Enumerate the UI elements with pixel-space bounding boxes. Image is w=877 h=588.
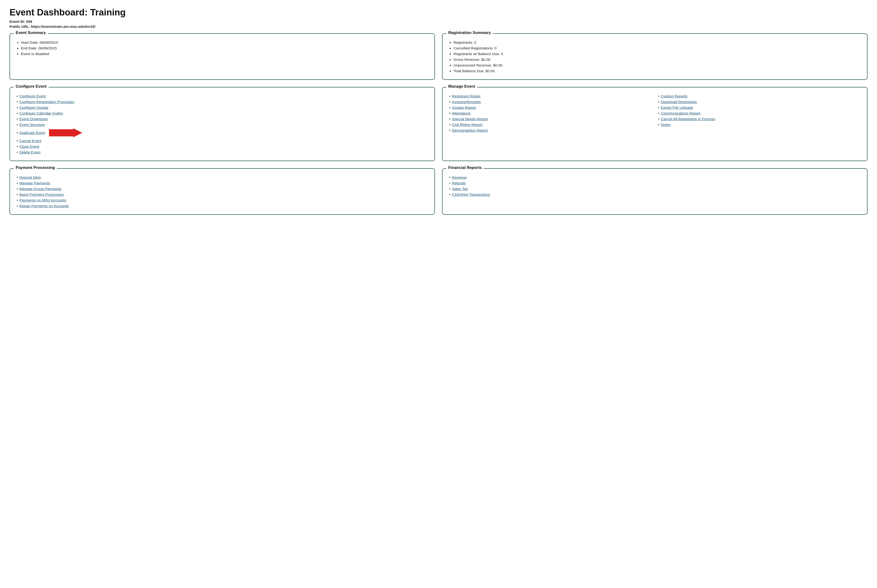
invoices-receipts-link[interactable]: Invoices/Receipts — [452, 100, 481, 104]
registration-summary-panel: Registration Summary Registrants: 0 Canc… — [442, 33, 868, 80]
demographics-report-link[interactable]: Demographics Report — [452, 128, 488, 133]
list-item: Registrants: 0 — [453, 40, 861, 45]
page-title: Event Dashboard: Training — [9, 7, 868, 18]
civil-rights-report-link[interactable]: Civil Rights Report — [452, 123, 482, 127]
custom-reports-link[interactable]: Custom Reports — [661, 94, 687, 98]
configure-event-list: • Configure Event • Configure Registrati… — [16, 94, 429, 154]
list-item: Cancelled Registrations: 0 — [453, 46, 861, 50]
event-summary-list: Start Date: 06/08/2015 End Date: 06/08/2… — [16, 40, 429, 56]
event-id: Event ID: 659 — [9, 20, 868, 24]
list-item: Total Balance Due: $0.00 — [453, 69, 861, 73]
manage-event-title: Manage Event — [446, 84, 477, 89]
batch-payment-processing-link[interactable]: Batch Payment Processing — [19, 192, 63, 197]
refunds-link[interactable]: Refunds — [452, 181, 466, 185]
red-arrow-icon — [49, 128, 82, 137]
event-organizers-link[interactable]: Event Organizers — [19, 117, 48, 121]
delete-event-link[interactable]: Delete Event — [19, 150, 41, 154]
configure-reg-processes-link[interactable]: Configure Registration Processes — [19, 100, 74, 104]
public-url: Public URL: https://eventstrain.anr.msu.… — [9, 24, 868, 28]
list-item: Registrants w/ Balance Due: 0 — [453, 52, 861, 56]
manage-event-panel: Manage Event •Registrant Roster •Invoice… — [442, 87, 868, 161]
list-item: End Date: 06/08/2015 — [21, 46, 429, 50]
communications-report-link[interactable]: Communications Report — [661, 111, 700, 116]
financial-reports-list: •Revenue •Refunds •Sales Tax •CASHNet Tr… — [448, 176, 861, 197]
manage-event-col2: •Custom Reports •Download Registrants •E… — [657, 94, 862, 134]
quotas-report-link[interactable]: Quotas Report — [452, 105, 476, 110]
manage-group-payments-link[interactable]: Manage Group Payments — [19, 187, 61, 191]
financial-reports-panel: Financial Reports •Revenue •Refunds •Sal… — [442, 168, 868, 215]
event-summary-panel: Event Summary Start Date: 06/08/2015 End… — [9, 33, 435, 80]
payments-msu-accounts-link[interactable]: Payments on MSU Accounts — [19, 198, 66, 202]
registration-summary-title: Registration Summary — [446, 30, 493, 35]
configure-event-panel: Configure Event • Configure Event • Conf… — [9, 87, 435, 161]
registrant-roster-link[interactable]: Registrant Roster — [452, 94, 481, 98]
manage-payments-link[interactable]: Manage Payments — [19, 181, 50, 185]
cancel-event-link[interactable]: Cancel Event — [19, 139, 41, 143]
list-item: Gross Revenue: $0.00 — [453, 57, 861, 62]
list-item: Unprocessed Revenue: $0.00 — [453, 63, 861, 68]
configure-calendar-link[interactable]: Configure Calendar Invites — [19, 111, 63, 116]
attendance-link[interactable]: Attendance — [452, 111, 471, 116]
svg-marker-0 — [49, 128, 82, 137]
notes-link[interactable]: Notes — [661, 123, 671, 127]
repair-payments-link[interactable]: Repair Payments on Accounts — [19, 204, 69, 208]
duplicate-event-link[interactable]: Duplicate Event — [19, 130, 45, 135]
event-summary-title: Event Summary — [14, 30, 48, 35]
close-event-link[interactable]: Close Event — [19, 144, 39, 149]
cashnet-transactions-link[interactable]: CASHNet Transactions — [452, 192, 490, 197]
manage-event-columns: •Registrant Roster •Invoices/Receipts •Q… — [448, 92, 861, 134]
summary-row: Event Summary Start Date: 06/08/2015 End… — [9, 33, 868, 80]
revenue-link[interactable]: Revenue — [452, 176, 466, 180]
manage-row: Configure Event • Configure Event • Conf… — [9, 87, 868, 161]
list-item: Event is disabled — [21, 52, 429, 56]
payment-processing-list: •Deposit Slips •Manage Payments •Manage … — [16, 176, 429, 208]
manage-event-col1: •Registrant Roster •Invoices/Receipts •Q… — [448, 94, 653, 134]
configure-quotas-link[interactable]: Configure Quotas — [19, 105, 48, 110]
list-item: Start Date: 06/08/2015 — [21, 40, 429, 45]
deposit-slips-link[interactable]: Deposit Slips — [19, 176, 41, 180]
sales-tax-link[interactable]: Sales Tax — [452, 187, 468, 191]
payment-processing-panel: Payment Processing •Deposit Slips •Manag… — [9, 168, 435, 215]
payment-processing-title: Payment Processing — [14, 165, 57, 170]
export-file-uploads-link[interactable]: Export File Uploads — [661, 105, 693, 110]
configure-event-title: Configure Event — [14, 84, 48, 89]
financial-reports-title: Financial Reports — [446, 165, 484, 170]
special-needs-report-link[interactable]: Special Needs Report — [452, 117, 488, 121]
event-structure-link[interactable]: Event Structure — [19, 123, 45, 127]
configure-event-link[interactable]: Configure Event — [19, 94, 46, 98]
download-registrants-link[interactable]: Download Registrants — [661, 100, 697, 104]
registration-summary-list: Registrants: 0 Cancelled Registrations: … — [448, 40, 861, 73]
cancel-all-registrants-link[interactable]: Cancel All Registrants in Process — [661, 117, 715, 121]
payments-row: Payment Processing •Deposit Slips •Manag… — [9, 168, 868, 215]
